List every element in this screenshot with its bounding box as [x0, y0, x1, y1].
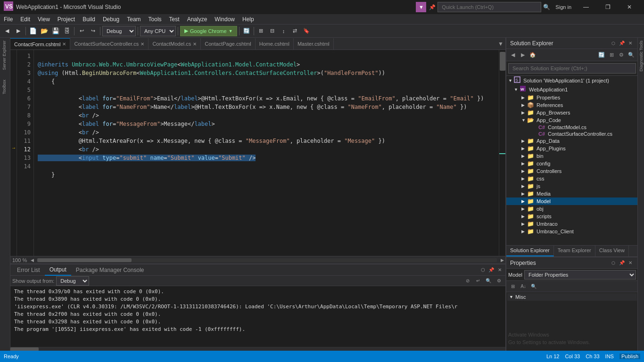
- menu-analyze[interactable]: Analyze: [183, 14, 211, 25]
- menu-edit[interactable]: Edit: [17, 14, 34, 25]
- menu-team[interactable]: Team: [123, 14, 144, 25]
- tree-model[interactable]: ▶ 📁 Model: [506, 197, 638, 205]
- menu-file[interactable]: File: [0, 14, 17, 25]
- tab-solution-explorer[interactable]: Solution Explorer: [506, 246, 554, 256]
- menu-help[interactable]: Help: [239, 14, 258, 25]
- server-explorer-tab[interactable]: Server Explorer: [0, 38, 10, 73]
- minimize-button[interactable]: —: [575, 0, 597, 14]
- output-dock-button[interactable]: 📌: [487, 266, 495, 274]
- tree-media[interactable]: ▶ 📁 Media: [506, 190, 638, 197]
- tab-class-view[interactable]: Class View: [595, 246, 629, 256]
- menu-window[interactable]: Window: [211, 14, 239, 25]
- tree-contactmodel[interactable]: C# ContactModel.cs: [506, 124, 638, 131]
- maximize-button[interactable]: ❐: [597, 0, 619, 14]
- tree-config[interactable]: ▶ 📁 config: [506, 160, 638, 167]
- tab-close-3[interactable]: ✕: [193, 41, 197, 47]
- close-button[interactable]: ✕: [619, 0, 640, 14]
- refresh-button[interactable]: 🔄: [241, 26, 252, 36]
- output-h-scrollbar[interactable]: [10, 347, 505, 351]
- quick-launch-input[interactable]: [438, 2, 541, 12]
- tree-contactsurface[interactable]: C# ContactSurfaceController.cs: [506, 131, 638, 137]
- menu-project[interactable]: Project: [54, 14, 79, 25]
- redo-button[interactable]: ↪: [88, 26, 98, 36]
- se-btn-1[interactable]: ◀: [508, 50, 518, 60]
- menu-debug[interactable]: Debug: [99, 14, 123, 25]
- toolbar-extra-5[interactable]: 🔖: [301, 26, 312, 36]
- menu-test[interactable]: Test: [165, 14, 183, 25]
- toolbar-extra-1[interactable]: ⊞: [256, 26, 266, 36]
- output-text[interactable]: The thread 0x39/b0 has exited with code …: [10, 286, 505, 347]
- output-clear-button[interactable]: ⊘: [463, 277, 472, 285]
- h-scrollbar[interactable]: [37, 258, 497, 262]
- tree-references[interactable]: ▶ 📦 References: [506, 101, 638, 109]
- output-tab-pkgmgr[interactable]: Package Manager Console: [71, 264, 149, 276]
- code-content[interactable]: @inherits Umbraco.Web.Mvc.UmbracoViewPag…: [34, 50, 499, 256]
- toolbar-extra-2[interactable]: ⊟: [267, 26, 278, 36]
- tree-app-browsers[interactable]: ▶ 📁 App_Browsers: [506, 109, 638, 116]
- tree-obj[interactable]: ▶ 📁 obj: [506, 205, 638, 213]
- tree-app-plugins[interactable]: ▶ 📁 App_Plugins: [506, 145, 638, 152]
- diagnostic-tools-tab[interactable]: Diagnostic Tools: [638, 38, 644, 74]
- tab-contactform[interactable]: ContactForm.cshtml ✕: [10, 38, 70, 49]
- tree-css[interactable]: ▶ 📁 css: [506, 175, 638, 182]
- tree-scripts[interactable]: ▶ 📁 scripts: [506, 213, 638, 220]
- open-file-button[interactable]: 📂: [39, 26, 50, 36]
- save-all-button[interactable]: 🗄: [62, 26, 72, 36]
- se-btn-home[interactable]: 🏠: [528, 50, 537, 60]
- save-button[interactable]: 💾: [50, 26, 61, 36]
- prop-float-btn[interactable]: ⬡: [610, 259, 617, 267]
- output-close-button[interactable]: ✕: [496, 266, 504, 274]
- prop-misc-header[interactable]: ▼ Misc: [507, 293, 637, 301]
- new-file-button[interactable]: 📄: [28, 26, 38, 36]
- output-word-wrap-button[interactable]: ↵: [473, 277, 483, 285]
- zoom-decrease[interactable]: ◀: [29, 257, 35, 263]
- output-settings-button[interactable]: ⚙: [494, 277, 504, 285]
- h-scroll-thumb[interactable]: [37, 258, 132, 262]
- tab-overflow-button[interactable]: ▼: [496, 38, 505, 49]
- tab-team-explorer[interactable]: Team Explorer: [554, 246, 595, 256]
- se-btn-2[interactable]: ▶: [518, 50, 528, 60]
- output-source-dropdown[interactable]: Debug Build General: [56, 276, 89, 286]
- menu-build[interactable]: Build: [79, 14, 99, 25]
- tree-bin[interactable]: ▶ 📁 bin: [506, 152, 638, 160]
- tab-contactsurface[interactable]: ContactSurfaceController.cs ✕: [70, 38, 149, 49]
- se-btn-search[interactable]: 🔍: [627, 50, 636, 60]
- output-find-button[interactable]: 🔍: [484, 277, 493, 285]
- zoom-increase[interactable]: ▶: [499, 257, 505, 263]
- tab-master[interactable]: Master.cshtml: [294, 38, 334, 49]
- toolbar-extra-3[interactable]: ↕: [279, 26, 289, 36]
- tab-contactpage[interactable]: ContactPage.cshtml: [201, 38, 255, 49]
- back-button[interactable]: ◀: [2, 26, 12, 36]
- output-h-thumb[interactable]: [10, 347, 39, 351]
- se-pin-btn[interactable]: 📌: [618, 40, 626, 47]
- pin-icon[interactable]: 📌: [427, 2, 438, 12]
- se-btn-refresh[interactable]: 🔄: [597, 50, 606, 60]
- menu-tools[interactable]: Tools: [145, 14, 165, 25]
- toolbar-extra-4[interactable]: ⇄: [290, 26, 300, 36]
- publish-button[interactable]: Publish: [619, 354, 640, 359]
- tab-contactmodel[interactable]: ContactModel.cs ✕: [149, 38, 201, 49]
- tree-app-code[interactable]: ▼ 📂 App_Code: [506, 116, 638, 124]
- se-btn-filter[interactable]: ⊞: [607, 50, 616, 60]
- menu-view[interactable]: View: [34, 14, 54, 25]
- prop-categorized-btn[interactable]: ⊞: [508, 282, 518, 291]
- run-dropdown-arrow[interactable]: ▼: [229, 29, 233, 33]
- sign-in[interactable]: Sign in: [555, 4, 571, 10]
- debug-config-dropdown[interactable]: Debug Release: [102, 26, 136, 36]
- output-tab-output[interactable]: Output: [45, 264, 71, 276]
- se-search-input[interactable]: [508, 63, 636, 74]
- scroll-thumb[interactable]: [500, 52, 505, 71]
- tab-close-2[interactable]: ✕: [140, 41, 144, 47]
- toolbox-tab[interactable]: Toolbox: [0, 77, 10, 97]
- tree-umbraco-client[interactable]: ▶ 📁 Umbraco_Client: [506, 228, 638, 235]
- tree-controllers[interactable]: ▶ 📁 Controllers: [506, 167, 638, 175]
- se-btn-settings[interactable]: ⚙: [617, 50, 626, 60]
- tree-app-data[interactable]: ▶ 📁 App_Data: [506, 137, 638, 145]
- tree-properties[interactable]: ▶ 📁 Properties: [506, 94, 638, 101]
- undo-button[interactable]: ↩: [76, 26, 87, 36]
- tree-js[interactable]: ▶ 📁 js: [506, 182, 638, 190]
- prop-filter-btn[interactable]: 🔍: [529, 282, 538, 291]
- run-button[interactable]: ▶ Google Chrome ▼: [180, 26, 237, 36]
- prop-pin-btn[interactable]: 📌: [618, 259, 626, 267]
- platform-dropdown[interactable]: Any CPU: [140, 26, 176, 36]
